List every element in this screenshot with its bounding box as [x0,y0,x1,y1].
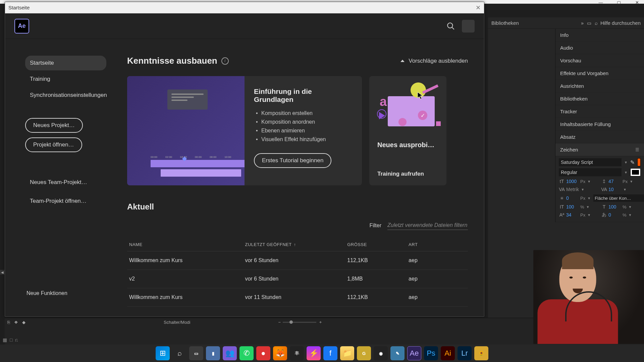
tracking-value[interactable]: 10 [608,187,621,192]
chevron-down-icon[interactable]: ▼ [623,188,627,191]
panel-tab-libraries[interactable]: Bibliotheken [491,20,519,26]
tutorial-card-basics[interactable]: 00:0002:0004:0006:0008:0010:00 Einführun… [127,76,362,185]
footer-toggle-icon[interactable]: ◆ [22,320,25,325]
baseline-value[interactable]: 34 [566,212,579,218]
vscale-value[interactable]: 100 [566,204,579,209]
table-row[interactable]: Willkommen zum Kursvor 11 Stunden112,1KB… [127,288,468,307]
window-minimize-button[interactable]: — [598,0,603,5]
chevron-down-icon[interactable]: ▼ [629,213,632,217]
zoom-in-icon[interactable]: ＋ [318,319,323,325]
font-style-select[interactable] [559,168,622,176]
collapse-panels-icon[interactable]: » [581,20,584,26]
new-project-button[interactable]: Neues Projekt… [25,118,83,133]
taskbar-teams-icon[interactable]: 👥 [223,346,237,360]
account-avatar[interactable] [462,20,475,33]
taskbar-whatsapp-icon[interactable]: ✆ [239,346,254,360]
tsume-value[interactable]: 0 [608,212,621,218]
chevron-down-icon[interactable]: ▼ [630,180,633,183]
panel-row-info[interactable]: Info [555,29,644,42]
panel-row-character[interactable]: Zeichen☰ [555,143,644,156]
info-icon[interactable]: i [221,57,229,65]
taskbar-search-icon[interactable]: ⌕ [172,346,186,360]
start-menu-icon[interactable]: ⊞ [156,346,170,360]
panel-row-tracker[interactable]: Tracker [555,105,644,118]
table-row[interactable]: Willkommen zum Kursvor 6 Stunden112,1KBa… [127,251,468,270]
chevron-down-icon[interactable]: ▼ [586,205,590,209]
tiny-icon[interactable]: ⎌ [15,337,18,343]
taskbar-app-icon[interactable]: 🌻 [474,346,488,360]
taskbar-obs-icon[interactable]: ◉ [374,346,388,360]
training-card[interactable]: a ✓ Neues ausprobi… Training aufrufen [369,76,446,185]
leading-value[interactable]: 47 [608,179,621,184]
taskbar-firefox-icon[interactable]: 🦊 [273,346,287,360]
panel-row-preview[interactable]: Vorschau [555,54,644,67]
panel-menu-icon[interactable]: ☰ [635,147,639,152]
stroke-width-value[interactable]: 0 [566,195,579,201]
chevron-down-icon[interactable]: ▼ [587,196,591,200]
open-project-button[interactable]: Projekt öffnen… [25,137,82,152]
col-opened[interactable]: ZULETZT GEÖFFNET↑ [243,238,345,251]
panel-layout-icon[interactable]: ▭ [587,20,591,26]
window-close-button[interactable]: ✕ [635,0,639,5]
taskbar-messenger-icon[interactable]: ⚡ [307,346,321,360]
hide-suggestions-button[interactable]: Vorschläge ausblenden [400,58,468,64]
eyedropper-icon[interactable]: ✎ [630,159,635,166]
taskbar-illustrator-icon[interactable]: Ai [441,346,455,360]
sidebar-item-sync[interactable]: Synchronisationseinstellungen [25,88,106,103]
taskbar-lightroom-icon[interactable]: Lr [458,346,472,360]
col-size[interactable]: GRÖSSE [345,238,407,251]
tiny-icon[interactable]: ▦ [3,337,7,343]
kerning-value[interactable]: Metrik [566,187,579,192]
fill-over-stroke-select[interactable] [593,194,644,202]
timeline-zoom-slider[interactable]: − ＋ [278,319,323,325]
taskbar-aftereffects-icon[interactable]: Ae [407,346,421,360]
zoom-out-icon[interactable]: − [278,320,281,325]
window-maximize-button[interactable]: ▢ [616,0,621,5]
fill-color-swatch[interactable] [637,158,641,166]
dialog-close-button[interactable]: ✕ [476,4,481,11]
stroke-color-swatch[interactable] [630,168,641,176]
tiny-icon[interactable]: □ [10,337,12,343]
panel-row-paragraph[interactable]: Absatz [555,131,644,143]
help-search-input[interactable]: Hilfe durchsuchen [600,20,641,26]
taskbar-app-icon[interactable]: G [357,346,371,360]
panel-row-libraries[interactable]: Bibliotheken [555,93,644,105]
chevron-down-icon[interactable]: ▼ [587,180,591,183]
font-size-value[interactable]: 1000 [566,179,579,184]
open-training-link[interactable]: Training aufrufen [369,171,446,177]
font-family-select[interactable] [559,158,622,166]
panel-row-content-aware[interactable]: Inhaltsbasierte Füllung [555,118,644,131]
footer-toggle-icon[interactable]: ⎘ [7,320,10,325]
chevron-down-icon[interactable]: ▼ [624,171,628,174]
start-tutorial-button[interactable]: Erstes Tutorial beginnen [254,153,331,168]
col-name[interactable]: NAME [127,238,243,251]
new-team-project-link[interactable]: Neues Team-Projekt… [25,176,106,189]
col-kind[interactable]: ART [407,238,468,251]
sidebar-item-new-features[interactable]: Neue Funktionen [26,290,67,296]
sidebar-item-start[interactable]: Startseite [25,56,106,70]
taskbar-explorer-icon[interactable]: 📁 [340,346,354,360]
chevron-down-icon[interactable]: ▼ [629,205,632,209]
panel-row-align[interactable]: Ausrichten [555,80,644,93]
filter-input[interactable] [387,221,468,230]
table-row[interactable]: v2vor 6 Stunden1,8MBaep [127,270,468,288]
chevron-down-icon[interactable]: ▼ [624,161,628,164]
taskbar-app-icon[interactable]: ✎ [390,346,405,360]
taskbar-facebook-icon[interactable]: f [323,346,337,360]
hscale-value[interactable]: 100 [608,204,621,209]
search-icon[interactable] [446,22,455,31]
chevron-down-icon[interactable]: ▼ [587,213,591,217]
collapse-left-icon[interactable]: ◀ [0,270,5,275]
taskbar-photoshop-icon[interactable]: Ps [424,346,438,360]
sidebar-item-training[interactable]: Training [25,72,106,86]
chevron-down-icon[interactable]: ▼ [581,188,584,191]
taskbar-app-icon[interactable]: ▮ [206,346,220,360]
taskbar-app-icon[interactable]: ● [256,346,270,360]
panel-row-effects[interactable]: Effekte und Vorgaben [555,67,644,80]
open-team-project-link[interactable]: Team-Projekt öffnen… [25,194,106,208]
taskbar-app-icon[interactable]: 丰 [290,346,304,360]
panel-row-audio[interactable]: Audio [555,42,644,54]
footer-toggle-icon[interactable]: ❖ [14,320,18,325]
switches-modes-button[interactable]: Schalter/Modi [164,320,190,325]
task-view-icon[interactable]: ▭ [189,346,203,360]
